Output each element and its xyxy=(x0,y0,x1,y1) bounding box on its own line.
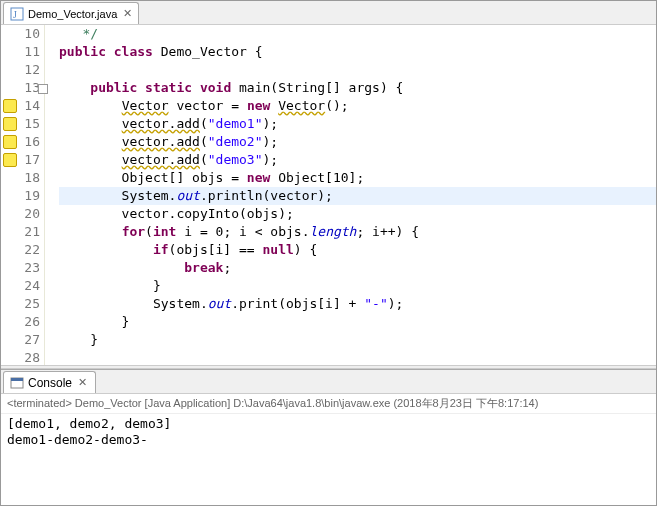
code-line[interactable]: vector.add("demo3"); xyxy=(59,151,656,169)
line-number: 17 xyxy=(1,151,40,169)
line-number: 26 xyxy=(1,313,40,331)
editor-tab-close-icon[interactable]: ✕ xyxy=(121,7,134,20)
line-number: 28 xyxy=(1,349,40,365)
line-number: 10 xyxy=(1,25,40,43)
line-number: 18 xyxy=(1,169,40,187)
line-number: 20 xyxy=(1,205,40,223)
code-line[interactable]: vector.add("demo2"); xyxy=(59,133,656,151)
line-number: 15 xyxy=(1,115,40,133)
code-line[interactable]: } xyxy=(59,331,656,349)
code-line[interactable]: public class Demo_Vector { xyxy=(59,43,656,61)
code-line[interactable]: vector.copyInto(objs); xyxy=(59,205,656,223)
console-tab-label: Console xyxy=(28,376,72,390)
code-line[interactable]: Vector vector = new Vector(); xyxy=(59,97,656,115)
console-run-header: <terminated> Demo_Vector [Java Applicati… xyxy=(1,394,656,414)
svg-rect-3 xyxy=(11,378,23,381)
console-output[interactable]: [demo1, demo2, demo3] demo1-demo2-demo3- xyxy=(1,414,656,450)
console-icon xyxy=(10,376,24,390)
console-pane: Console ✕ <terminated> Demo_Vector [Java… xyxy=(1,369,656,505)
line-number: 22 xyxy=(1,241,40,259)
editor-tab[interactable]: J Demo_Vector.java ✕ xyxy=(3,2,139,24)
code-line[interactable]: break; xyxy=(59,259,656,277)
code-line[interactable]: for(int i = 0; i < objs.length; i++) { xyxy=(59,223,656,241)
line-number: 12 xyxy=(1,61,40,79)
line-number: 21 xyxy=(1,223,40,241)
line-number: 11 xyxy=(1,43,40,61)
code-line[interactable]: if(objs[i] == null) { xyxy=(59,241,656,259)
line-number: 24 xyxy=(1,277,40,295)
line-number: 27 xyxy=(1,331,40,349)
console-tab-close-icon[interactable]: ✕ xyxy=(76,376,89,389)
console-tab[interactable]: Console ✕ xyxy=(3,371,96,393)
line-number: 19 xyxy=(1,187,40,205)
code-line[interactable]: } xyxy=(59,313,656,331)
line-number: 14 xyxy=(1,97,40,115)
svg-text:J: J xyxy=(13,9,17,20)
editor-tab-label: Demo_Vector.java xyxy=(28,8,117,20)
line-number-gutter: 10111213141516171819202122232425262728 xyxy=(1,25,45,365)
line-number: 25 xyxy=(1,295,40,313)
code-line[interactable]: System.out.println(vector); xyxy=(59,187,656,205)
code-line[interactable]: */ xyxy=(59,25,656,43)
code-line[interactable]: Object[] objs = new Object[10]; xyxy=(59,169,656,187)
code-line[interactable]: } xyxy=(59,277,656,295)
code-content[interactable]: */public class Demo_Vector { public stat… xyxy=(45,25,656,365)
code-line[interactable]: public static void main(String[] args) { xyxy=(59,79,656,97)
line-number: 16 xyxy=(1,133,40,151)
code-line[interactable] xyxy=(59,61,656,79)
editor-tab-bar: J Demo_Vector.java ✕ xyxy=(1,1,656,25)
code-editor[interactable]: 10111213141516171819202122232425262728 *… xyxy=(1,25,656,365)
line-number: 23 xyxy=(1,259,40,277)
code-line[interactable] xyxy=(59,349,656,365)
line-number: 13 xyxy=(1,79,40,97)
code-line[interactable]: vector.add("demo1"); xyxy=(59,115,656,133)
editor-pane: J Demo_Vector.java ✕ 1011121314151617181… xyxy=(1,1,656,365)
java-file-icon: J xyxy=(10,7,24,21)
code-line[interactable]: System.out.print(objs[i] + "-"); xyxy=(59,295,656,313)
console-tab-bar: Console ✕ xyxy=(1,370,656,394)
